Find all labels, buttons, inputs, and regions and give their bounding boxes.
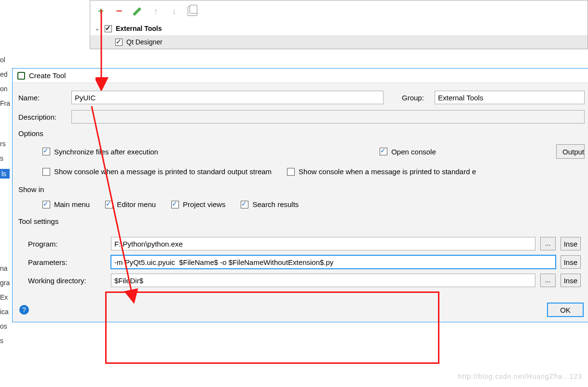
help-icon[interactable]: ? — [19, 305, 29, 315]
checkbox-icon — [105, 201, 113, 208]
tools-tree: ⌄ External Tools Qt Designer — [90, 22, 588, 49]
toolbar: + − ↑ ↓ — [90, 0, 588, 22]
search-results-checkbox[interactable]: Search results — [241, 200, 299, 208]
sidebar-frag: Ex — [0, 293, 10, 301]
left-sidebar-fragments: ol ed on Fra rs s ls na gra Ex ica os s — [0, 53, 10, 387]
ok-button[interactable]: OK — [547, 303, 584, 317]
sidebar-frag: Fra — [0, 99, 10, 107]
main-menu-label: Main menu — [54, 200, 90, 208]
create-tool-dialog: Create Tool Name: Group: Description: Op… — [12, 68, 588, 322]
dialog-footer: ? OK — [13, 298, 588, 322]
move-up-icon[interactable]: ↑ — [151, 6, 161, 16]
sync-files-label: Synchronize files after execution — [54, 148, 158, 156]
parameters-input[interactable] — [111, 255, 556, 269]
sidebar-frag: os — [0, 322, 10, 330]
parameters-row: Parameters: Inse — [28, 255, 584, 269]
main-menu-checkbox[interactable]: Main menu — [42, 200, 90, 208]
dialog-title: Create Tool — [29, 71, 66, 80]
sidebar-frag: gra — [0, 279, 10, 287]
checkbox-icon — [380, 148, 387, 155]
stdout-label: Show console when a message is printed t… — [54, 167, 272, 176]
project-views-checkbox[interactable]: Project views — [171, 200, 225, 208]
tree-item-row[interactable]: Qt Designer — [90, 35, 588, 49]
open-console-label: Open console — [391, 148, 436, 156]
tree-group-label: External Tools — [116, 25, 162, 32]
external-tools-panel: + − ↑ ↓ ⌄ External Tools Qt Designer — [90, 0, 588, 49]
options-heading: Options — [18, 129, 585, 138]
sidebar-frag: ol — [0, 56, 10, 64]
options-row-2: Show console when a message is printed t… — [18, 167, 585, 176]
output-filters-button[interactable]: Output — [556, 144, 585, 159]
sidebar-frag: on — [0, 85, 10, 93]
add-icon[interactable]: + — [96, 6, 106, 16]
move-down-icon[interactable]: ↓ — [169, 6, 179, 16]
workdir-insert-button[interactable]: Inse — [561, 274, 581, 287]
editor-menu-label: Editor menu — [117, 200, 156, 208]
chevron-down-icon[interactable]: ⌄ — [95, 26, 101, 32]
stderr-checkbox[interactable]: Show console when a message is printed t… — [287, 167, 476, 176]
show-in-row: Main menu Editor menu Project views Sear… — [18, 200, 585, 208]
sidebar-frag: rs — [0, 140, 10, 148]
program-browse-button[interactable]: ... — [540, 237, 556, 250]
group-label: Group: — [402, 94, 430, 102]
checkbox-icon — [42, 201, 50, 208]
project-views-label: Project views — [183, 200, 225, 208]
name-input[interactable] — [71, 91, 383, 104]
sidebar-frag: ed — [0, 70, 10, 78]
remove-icon[interactable]: − — [114, 6, 124, 16]
checkbox-icon — [42, 168, 50, 176]
workdir-browse-button[interactable]: ... — [540, 274, 556, 287]
checkbox-icon[interactable] — [105, 25, 112, 32]
show-in-heading: Show in — [18, 185, 585, 194]
parameters-label: Parameters: — [28, 258, 106, 266]
description-row: Description: — [18, 110, 585, 124]
name-label: Name: — [18, 94, 67, 102]
search-results-label: Search results — [252, 200, 299, 208]
checkbox-icon — [241, 201, 248, 208]
program-label: Program: — [28, 240, 106, 248]
sidebar-frag: s — [0, 154, 10, 162]
workdir-row: Working directory: ... Inse — [28, 274, 584, 287]
copy-icon[interactable] — [188, 6, 197, 16]
sidebar-frag: ica — [0, 308, 10, 316]
workdir-label: Working directory: — [28, 276, 106, 285]
name-group-row: Name: Group: — [18, 91, 585, 104]
tree-group-row[interactable]: ⌄ External Tools — [90, 22, 588, 35]
edit-icon[interactable] — [133, 6, 142, 16]
program-insert-button[interactable]: Inse — [561, 237, 581, 250]
open-console-checkbox[interactable]: Open console — [380, 148, 436, 156]
stdout-checkbox[interactable]: Show console when a message is printed t… — [42, 167, 272, 176]
description-label: Description: — [18, 113, 67, 121]
pycharm-icon — [17, 72, 25, 80]
group-input[interactable] — [435, 91, 585, 104]
program-row: Program: ... Inse — [28, 237, 584, 250]
checkbox-icon — [171, 201, 179, 208]
tree-item-label: Qt Designer — [126, 38, 163, 46]
stderr-label: Show console when a message is printed t… — [299, 167, 476, 176]
description-input[interactable] — [71, 110, 585, 124]
checkbox-icon[interactable] — [115, 39, 123, 46]
options-row-1: Synchronize files after execution Open c… — [18, 144, 585, 159]
sync-files-checkbox[interactable]: Synchronize files after execution — [42, 148, 158, 156]
sidebar-frag: s — [0, 337, 10, 345]
parameters-insert-button[interactable]: Inse — [561, 255, 581, 269]
workdir-input[interactable] — [111, 274, 535, 287]
watermark-text: http://blog.csdn.net/HuangZha...123 — [458, 373, 582, 380]
checkbox-icon — [287, 168, 295, 176]
program-input[interactable] — [111, 237, 535, 250]
dialog-titlebar: Create Tool — [13, 69, 588, 83]
editor-menu-checkbox[interactable]: Editor menu — [105, 200, 156, 208]
sidebar-frag-selected[interactable]: ls — [0, 169, 10, 179]
sidebar-frag: na — [0, 264, 10, 272]
tool-settings-heading: Tool settings — [18, 217, 585, 225]
checkbox-icon — [42, 148, 50, 155]
tool-settings-group: Program: ... Inse Parameters: Inse Worki… — [18, 232, 585, 293]
